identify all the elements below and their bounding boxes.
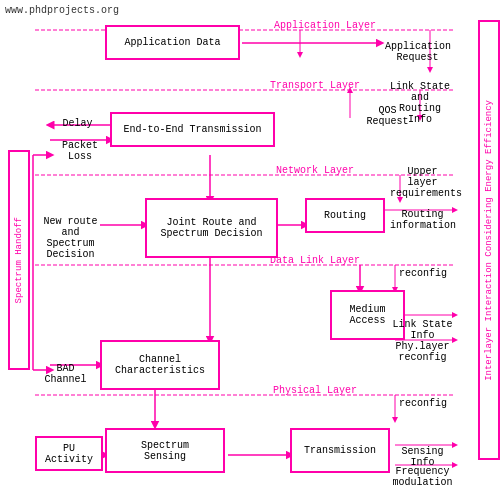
joint-route-box: Joint Route and Spectrum Decision xyxy=(145,198,278,258)
spectrum-sensing-box: Spectrum Sensing xyxy=(105,428,225,473)
data-link-layer-label: Data Link Layer xyxy=(255,255,375,266)
network-layer-label: Network Layer xyxy=(255,165,375,176)
routing-box: Routing xyxy=(305,198,385,233)
transmission-box: Transmission xyxy=(290,428,390,473)
phy-reconfig-label: Phy.layer reconfig xyxy=(390,330,455,363)
application-layer-label: Application Layer xyxy=(265,20,385,31)
delay-label: Delay xyxy=(50,118,105,129)
spectrum-sensing-label: Spectrum Sensing xyxy=(141,440,189,462)
bad-channel-label: BAD Channel xyxy=(38,352,93,385)
reconfig2-label: reconfig xyxy=(398,398,448,409)
packet-loss-label: Packet Loss xyxy=(50,140,110,162)
transmission-label: Transmission xyxy=(304,445,376,456)
reconfig1-label: reconfig xyxy=(398,268,448,279)
application-data-box: Application Data xyxy=(105,25,240,60)
routing-label: Routing xyxy=(324,210,366,221)
channel-char-label: Channel Characteristics xyxy=(115,354,205,376)
end-to-end-box: End-to-End Transmission xyxy=(110,112,275,147)
transport-layer-label: Transport Layer xyxy=(255,80,375,91)
watermark: www.phdprojects.org xyxy=(5,5,119,16)
qos-request-label: QOS Request xyxy=(355,105,420,127)
application-data-label: Application Data xyxy=(124,37,220,48)
channel-char-box: Channel Characteristics xyxy=(100,340,220,390)
routing-info-label: Routing information xyxy=(390,198,455,231)
joint-route-label: Joint Route and Spectrum Decision xyxy=(160,217,262,239)
interlayer-box: Interlayer Interaction Considering Energ… xyxy=(478,20,500,460)
upper-layer-label: Upper layer requirements xyxy=(390,155,455,199)
medium-access-label: Medium Access xyxy=(349,304,385,326)
spectrum-handoff-box: Spectrum Handoff xyxy=(8,150,30,370)
app-request-label: Application Request xyxy=(385,30,450,63)
pu-activity-label: PU Activity xyxy=(39,443,99,465)
spectrum-handoff-label: Spectrum Handoff xyxy=(14,217,24,303)
end-to-end-label: End-to-End Transmission xyxy=(123,124,261,135)
physical-layer-label: Physical Layer xyxy=(255,385,375,396)
interlayer-label: Interlayer Interaction Considering Energ… xyxy=(484,100,494,381)
new-route-label: New route and Spectrum Decision xyxy=(38,205,103,260)
pu-activity-box: PU Activity xyxy=(35,436,103,471)
freq-mod-label: Frequency modulation xyxy=(390,455,455,488)
